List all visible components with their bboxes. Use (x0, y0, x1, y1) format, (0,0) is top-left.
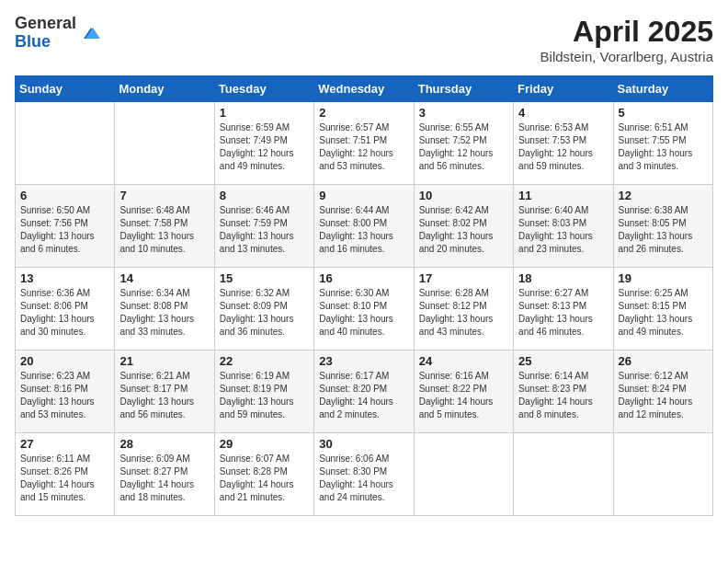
day-detail: Sunrise: 6:55 AM Sunset: 7:52 PM Dayligh… (419, 121, 508, 173)
day-detail: Sunrise: 6:12 AM Sunset: 8:24 PM Dayligh… (619, 370, 708, 421)
day-number: 25 (518, 354, 608, 368)
day-number: 11 (518, 189, 608, 202)
calendar-subtitle: Bildstein, Vorarlberg, Austria (540, 49, 713, 64)
calendar-cell: 29Sunrise: 6:07 AM Sunset: 8:28 PM Dayli… (214, 433, 313, 516)
calendar-cell (414, 433, 513, 516)
calendar-cell: 2Sunrise: 6:57 AM Sunset: 7:51 PM Daylig… (314, 102, 414, 185)
day-number: 7 (119, 189, 209, 202)
calendar-cell: 26Sunrise: 6:12 AM Sunset: 8:24 PM Dayli… (613, 350, 712, 433)
day-number: 30 (319, 437, 408, 451)
day-number: 15 (220, 271, 309, 285)
calendar-cell: 27Sunrise: 6:11 AM Sunset: 8:26 PM Dayli… (16, 433, 115, 516)
logo-icon (80, 22, 102, 44)
day-detail: Sunrise: 6:09 AM Sunset: 8:27 PM Dayligh… (119, 453, 209, 504)
page-header: General Blue April 2025 Bildstein, Vorar… (15, 15, 713, 64)
day-number: 26 (619, 354, 708, 368)
day-number: 22 (220, 354, 309, 368)
calendar-cell: 6Sunrise: 6:50 AM Sunset: 7:56 PM Daylig… (16, 185, 115, 268)
day-detail: Sunrise: 6:17 AM Sunset: 8:20 PM Dayligh… (319, 370, 408, 421)
header-cell-thursday: Thursday (414, 76, 513, 102)
day-detail: Sunrise: 6:21 AM Sunset: 8:17 PM Dayligh… (119, 370, 209, 421)
day-detail: Sunrise: 6:57 AM Sunset: 7:51 PM Dayligh… (319, 121, 408, 173)
logo: General Blue (15, 15, 102, 52)
day-detail: Sunrise: 6:30 AM Sunset: 8:10 PM Dayligh… (319, 287, 408, 339)
day-number: 19 (619, 271, 708, 285)
calendar-cell: 20Sunrise: 6:23 AM Sunset: 8:16 PM Dayli… (16, 350, 115, 433)
day-detail: Sunrise: 6:16 AM Sunset: 8:22 PM Dayligh… (419, 370, 508, 421)
header-cell-tuesday: Tuesday (214, 76, 313, 102)
day-detail: Sunrise: 6:25 AM Sunset: 8:15 PM Dayligh… (619, 287, 708, 339)
calendar-cell: 23Sunrise: 6:17 AM Sunset: 8:20 PM Dayli… (314, 350, 414, 433)
day-number: 2 (319, 106, 408, 120)
calendar-cell: 4Sunrise: 6:53 AM Sunset: 7:53 PM Daylig… (514, 102, 613, 185)
day-detail: Sunrise: 6:14 AM Sunset: 8:23 PM Dayligh… (518, 370, 608, 421)
day-number: 6 (20, 189, 109, 202)
day-number: 12 (619, 189, 708, 202)
day-number: 8 (220, 189, 309, 202)
header-cell-friday: Friday (514, 76, 613, 102)
calendar-title: April 2025 (540, 15, 713, 49)
day-number: 18 (518, 271, 608, 285)
calendar-cell (115, 102, 214, 185)
calendar-cell (514, 433, 613, 516)
calendar-cell: 28Sunrise: 6:09 AM Sunset: 8:27 PM Dayli… (115, 433, 214, 516)
day-number: 9 (319, 189, 408, 202)
day-detail: Sunrise: 6:07 AM Sunset: 8:28 PM Dayligh… (220, 453, 309, 504)
logo-general: General (15, 15, 76, 33)
calendar-cell: 18Sunrise: 6:27 AM Sunset: 8:13 PM Dayli… (514, 268, 613, 350)
header-row: SundayMondayTuesdayWednesdayThursdayFrid… (16, 76, 713, 102)
calendar-cell: 8Sunrise: 6:46 AM Sunset: 7:59 PM Daylig… (214, 185, 313, 268)
day-detail: Sunrise: 6:34 AM Sunset: 8:08 PM Dayligh… (119, 287, 209, 339)
calendar-cell: 24Sunrise: 6:16 AM Sunset: 8:22 PM Dayli… (414, 350, 513, 433)
calendar-cell: 13Sunrise: 6:36 AM Sunset: 8:06 PM Dayli… (16, 268, 115, 350)
week-row-3: 13Sunrise: 6:36 AM Sunset: 8:06 PM Dayli… (16, 268, 713, 350)
day-number: 24 (419, 354, 508, 368)
day-number: 13 (20, 271, 109, 285)
day-detail: Sunrise: 6:53 AM Sunset: 7:53 PM Dayligh… (518, 121, 608, 173)
day-detail: Sunrise: 6:23 AM Sunset: 8:16 PM Dayligh… (20, 370, 109, 421)
week-row-2: 6Sunrise: 6:50 AM Sunset: 7:56 PM Daylig… (16, 185, 713, 268)
day-number: 4 (518, 106, 608, 120)
calendar-body: 1Sunrise: 6:59 AM Sunset: 7:49 PM Daylig… (16, 102, 713, 516)
day-detail: Sunrise: 6:28 AM Sunset: 8:12 PM Dayligh… (419, 287, 508, 339)
day-detail: Sunrise: 6:50 AM Sunset: 7:56 PM Dayligh… (20, 204, 109, 256)
day-number: 5 (619, 106, 708, 120)
day-number: 20 (20, 354, 109, 368)
calendar-header: SundayMondayTuesdayWednesdayThursdayFrid… (16, 76, 713, 102)
day-number: 3 (419, 106, 508, 120)
calendar-cell: 22Sunrise: 6:19 AM Sunset: 8:19 PM Dayli… (214, 350, 313, 433)
day-detail: Sunrise: 6:32 AM Sunset: 8:09 PM Dayligh… (220, 287, 309, 339)
header-cell-wednesday: Wednesday (314, 76, 414, 102)
day-detail: Sunrise: 6:42 AM Sunset: 8:02 PM Dayligh… (419, 204, 508, 256)
calendar-cell: 17Sunrise: 6:28 AM Sunset: 8:12 PM Dayli… (414, 268, 513, 350)
day-detail: Sunrise: 6:11 AM Sunset: 8:26 PM Dayligh… (20, 453, 109, 504)
calendar-cell: 5Sunrise: 6:51 AM Sunset: 7:55 PM Daylig… (613, 102, 712, 185)
calendar-cell: 21Sunrise: 6:21 AM Sunset: 8:17 PM Dayli… (115, 350, 214, 433)
header-cell-monday: Monday (115, 76, 214, 102)
day-detail: Sunrise: 6:48 AM Sunset: 7:58 PM Dayligh… (119, 204, 209, 256)
calendar-cell: 12Sunrise: 6:38 AM Sunset: 8:05 PM Dayli… (613, 185, 712, 268)
week-row-1: 1Sunrise: 6:59 AM Sunset: 7:49 PM Daylig… (16, 102, 713, 185)
calendar-cell: 1Sunrise: 6:59 AM Sunset: 7:49 PM Daylig… (214, 102, 313, 185)
day-detail: Sunrise: 6:44 AM Sunset: 8:00 PM Dayligh… (319, 204, 408, 256)
day-number: 16 (319, 271, 408, 285)
day-detail: Sunrise: 6:27 AM Sunset: 8:13 PM Dayligh… (518, 287, 608, 339)
calendar-cell: 3Sunrise: 6:55 AM Sunset: 7:52 PM Daylig… (414, 102, 513, 185)
calendar-cell: 19Sunrise: 6:25 AM Sunset: 8:15 PM Dayli… (613, 268, 712, 350)
header-cell-sunday: Sunday (16, 76, 115, 102)
day-detail: Sunrise: 6:46 AM Sunset: 7:59 PM Dayligh… (220, 204, 309, 256)
calendar-cell: 25Sunrise: 6:14 AM Sunset: 8:23 PM Dayli… (514, 350, 613, 433)
day-detail: Sunrise: 6:06 AM Sunset: 8:30 PM Dayligh… (319, 453, 408, 504)
day-detail: Sunrise: 6:51 AM Sunset: 7:55 PM Dayligh… (619, 121, 708, 173)
title-block: April 2025 Bildstein, Vorarlberg, Austri… (540, 15, 713, 64)
day-number: 27 (20, 437, 109, 451)
week-row-4: 20Sunrise: 6:23 AM Sunset: 8:16 PM Dayli… (16, 350, 713, 433)
week-row-5: 27Sunrise: 6:11 AM Sunset: 8:26 PM Dayli… (16, 433, 713, 516)
day-number: 14 (119, 271, 209, 285)
day-detail: Sunrise: 6:59 AM Sunset: 7:49 PM Dayligh… (220, 121, 309, 173)
calendar-cell: 9Sunrise: 6:44 AM Sunset: 8:00 PM Daylig… (314, 185, 414, 268)
day-detail: Sunrise: 6:38 AM Sunset: 8:05 PM Dayligh… (619, 204, 708, 256)
calendar-cell (16, 102, 115, 185)
calendar-cell (613, 433, 712, 516)
calendar-cell: 16Sunrise: 6:30 AM Sunset: 8:10 PM Dayli… (314, 268, 414, 350)
